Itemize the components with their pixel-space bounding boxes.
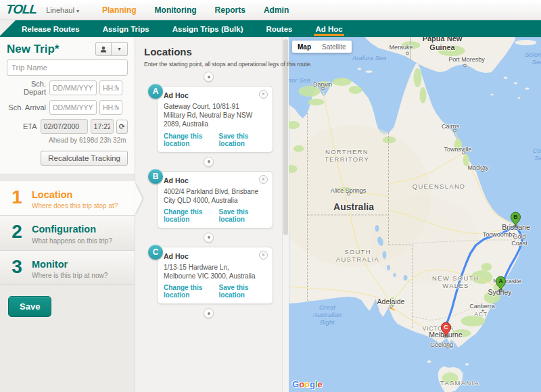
stop-address: 1/13-15 Hardware Ln, Melbourne VIC 3000,… (164, 263, 266, 280)
close-icon[interactable]: × (259, 251, 268, 260)
step-subtitle: What happens on this trip? (32, 237, 112, 245)
arrival-date-input[interactable] (49, 100, 97, 115)
change-location-link[interactable]: Change this location (164, 284, 219, 299)
context-label: Linehaul (46, 6, 74, 14)
corner-notch (0, 20, 16, 36)
main-nav: Planning Monitoring Reports Admin (102, 5, 289, 15)
eta-ahead-text: Ahead by 6198d 23h 32m (49, 137, 128, 144)
map-type-map-button[interactable]: Map (292, 43, 316, 51)
eta-label: ETA (7, 122, 37, 130)
step-title: Configuration (32, 224, 112, 235)
scrollbar-thumb[interactable] (283, 39, 288, 235)
top-bar: TOLL Linehaul ▾ Planning Monitoring Repo… (0, 0, 541, 20)
nav-reports[interactable]: Reports (215, 5, 245, 15)
toll-logo: TOLL (5, 2, 38, 17)
route-map[interactable]: Papua New GuineaMeraukePort MoresbySolom… (289, 37, 541, 392)
context-dropdown[interactable]: Linehaul ▾ (46, 6, 79, 14)
stop-name: Ad Hoc (164, 176, 266, 185)
nav-monitoring[interactable]: Monitoring (155, 5, 197, 15)
new-trip-form: New Trip* ▾ Sch. Depart S (0, 37, 135, 174)
step-location[interactable]: 1 Location Where does this trip stop at? (0, 181, 135, 216)
save-button[interactable]: Save (8, 296, 51, 317)
save-location-link[interactable]: Save this location (219, 284, 266, 299)
trip-options-split-button: ▾ (95, 42, 128, 56)
stop-badge: C (148, 245, 163, 260)
step-number: 1 (9, 187, 24, 210)
trip-name-input[interactable] (7, 59, 128, 76)
eta-time-field (91, 119, 114, 134)
step-number: 2 (9, 222, 24, 244)
tab-release-routes[interactable]: Release Routes (20, 22, 81, 36)
wizard-steps: 1 Location Where does this trip stop at?… (0, 181, 135, 285)
stop-row-b: B × Ad Hoc 4002/4 Parkland Blvd, Brisban… (150, 171, 273, 228)
sch-arrival-label: Sch. Arrival (7, 103, 46, 112)
stop-address: 4002/4 Parkland Blvd, Brisbane City QLD … (164, 187, 266, 205)
step-subtitle: Where is this trip at now? (32, 272, 108, 279)
stop-badge: A (148, 84, 163, 99)
close-icon[interactable]: × (259, 90, 268, 99)
user-icon (100, 46, 107, 53)
depart-time-input[interactable] (99, 80, 122, 95)
tab-routes[interactable]: Routes (264, 22, 293, 36)
step-subtitle: Where does this trip stop at? (32, 202, 118, 210)
stop-name: Ad Hoc (164, 91, 266, 99)
tab-ad-hoc[interactable]: Ad Hoc (314, 22, 344, 36)
refresh-eta-button[interactable]: ⟳ (116, 120, 128, 134)
tab-assign-trips[interactable]: Assign Trips (101, 22, 151, 36)
stop-name: Ad Hoc (164, 252, 266, 260)
planning-sub-nav: Release Routes Assign Trips Assign Trips… (0, 20, 541, 37)
locations-title: Locations (144, 46, 273, 57)
tab-assign-trips-bulk[interactable]: Assign Trips (Bulk) (171, 22, 245, 36)
trip-panel: New Trip* ▾ Sch. Depart S (0, 37, 135, 392)
insert-stop-button[interactable] (204, 72, 214, 82)
google-logo[interactable]: Google (292, 379, 323, 389)
change-location-link[interactable]: Change this location (164, 132, 219, 147)
insert-stop-button[interactable] (204, 232, 214, 243)
save-location-link[interactable]: Save this location (219, 208, 266, 223)
arrival-time-input[interactable] (99, 100, 122, 115)
stop-address: Gateway Court, 10/81-91 Military Rd, Neu… (164, 102, 266, 129)
step-title: Monitor (32, 259, 108, 270)
user-icon-button[interactable] (95, 42, 112, 56)
nav-admin[interactable]: Admin (264, 5, 289, 15)
stop-card: × Ad Hoc Gateway Court, 10/81-91 Militar… (157, 86, 273, 153)
recalculate-tracking-button[interactable]: Recalculate Tracking (41, 151, 128, 166)
step-number: 3 (9, 257, 24, 279)
trip-options-caret-button[interactable]: ▾ (112, 42, 128, 56)
step-monitor[interactable]: 3 Monitor Where is this trip at now? (0, 251, 135, 285)
stop-badge: B (148, 169, 163, 184)
insert-stop-button[interactable] (204, 308, 214, 318)
nav-planning[interactable]: Planning (102, 5, 137, 15)
panel-scrollbar[interactable] (282, 37, 289, 392)
locations-panel: Locations Enter the starting point, all … (135, 37, 282, 392)
sch-depart-label: Sch. Depart (7, 80, 46, 96)
stop-row-c: C × Ad Hoc 1/13-15 Hardware Ln, Melbourn… (150, 247, 273, 304)
change-location-link[interactable]: Change this location (164, 208, 219, 223)
insert-stop-button[interactable] (204, 157, 214, 167)
chevron-down-icon: ▾ (76, 8, 79, 14)
close-icon[interactable]: × (259, 175, 268, 184)
map-type-satellite-button[interactable]: Satellite (316, 43, 352, 51)
step-configuration[interactable]: 2 Configuration What happens on this tri… (0, 216, 135, 250)
locations-subtitle: Enter the starting point, all stops and … (144, 61, 273, 68)
map-type-control: Map Satellite (292, 41, 352, 53)
depart-date-input[interactable] (49, 80, 97, 95)
stop-row-a: A × Ad Hoc Gateway Court, 10/81-91 Milit… (150, 86, 273, 153)
map-canvas (289, 37, 541, 392)
step-title: Location (32, 189, 118, 201)
eta-date-field (41, 119, 88, 134)
stop-card: × Ad Hoc 1/13-15 Hardware Ln, Melbourne … (157, 247, 273, 304)
page-title: New Trip* (7, 43, 59, 56)
save-location-link[interactable]: Save this location (219, 132, 266, 147)
stop-card: × Ad Hoc 4002/4 Parkland Blvd, Brisbane … (157, 171, 273, 228)
